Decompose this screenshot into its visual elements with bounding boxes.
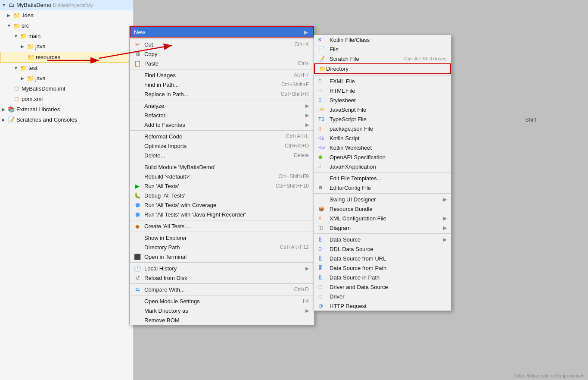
menu-item-local-history[interactable]: 🕐 Local History ▶	[130, 264, 314, 273]
submenu-item-edit-templates[interactable]: Edit File Templates...	[314, 173, 451, 183]
folder-icon: 📁	[20, 33, 27, 40]
menu-item-find-in-path[interactable]: Find in Path... Ctrl+Shift+F	[130, 80, 314, 89]
menu-item-create-tests[interactable]: ◆ Create 'All Tests'...	[130, 221, 314, 231]
tree-item-iml[interactable]: ⬡ MyBatisDemo.iml	[0, 84, 133, 94]
menu-item-debug-tests[interactable]: 🐛 Debug 'All Tests'	[130, 191, 314, 200]
submenu-item-directory[interactable]: 📁 Directory	[314, 63, 451, 74]
menu-item-add-favorites[interactable]: Add to Favorites ▶	[130, 120, 314, 129]
submenu-item-kotlin[interactable]: K Kotlin File/Class	[314, 35, 451, 44]
tree-item-test-java[interactable]: ▶ 📁 java	[0, 73, 133, 84]
submenu-item-data-source-url[interactable]: 🗄 Data Source from URL	[314, 254, 451, 263]
driver-icon: ⬡	[318, 294, 327, 299]
menu-item-find-usages[interactable]: Find Usages Alt+F7	[130, 70, 314, 80]
menu-item-run-recorder[interactable]: ⬟ Run 'All Tests' with 'Java Flight Reco…	[130, 210, 314, 219]
submenu-item-package-json[interactable]: {} package.json File	[314, 124, 451, 133]
submenu-item-openapi[interactable]: ⬟ OpenAPI Specification	[314, 152, 451, 162]
menu-item-delete[interactable]: Delete... Delete	[130, 151, 314, 160]
submenu-item-data-source-in-path[interactable]: 🗄 Data Source in Path	[314, 273, 451, 282]
menu-item-run-coverage[interactable]: ⬟ Run 'All Tests' with Coverage	[130, 200, 314, 210]
tree-item-main[interactable]: ▼ 📁 main	[0, 31, 133, 41]
menu-item-copy[interactable]: ⧉ Copy	[130, 49, 314, 59]
submenu-item-kotlin-worksheet[interactable]: Kw Kotlin Worksheet	[314, 143, 451, 152]
submenu-arrow-icon: ▶	[443, 225, 447, 231]
kt-icon: Ks	[318, 135, 327, 141]
html-icon: H	[318, 88, 327, 93]
submenu-item-xml-config[interactable]: X XML Configuration File ▶	[314, 214, 451, 223]
coverage-icon: ⬟	[133, 202, 142, 208]
menu-item-compare[interactable]: ⇆ Compare With... Ctrl+D	[130, 285, 314, 294]
submenu-item-data-source-path[interactable]: 🗄 Data Source from Path	[314, 263, 451, 273]
submenu-item-ts[interactable]: TS TypeScript File	[314, 114, 451, 124]
compare-icon: ⇆	[133, 286, 142, 293]
tree-item-resources[interactable]: 📁 resources	[0, 52, 133, 63]
directory-icon: 📁	[319, 66, 326, 72]
submenu-item-diagram[interactable]: ◫ Diagram ▶	[314, 223, 451, 232]
run-icon: ▶	[133, 183, 142, 189]
submenu-item-css[interactable]: S Stylesheet	[314, 95, 451, 105]
reload-icon: ↺	[133, 275, 142, 281]
menu-item-new[interactable]: New ▶	[130, 26, 314, 38]
tree-item-mybatisdemo[interactable]: ▼ 🗂 MyBatisDemo D:\IdeaProjects\My	[0, 0, 133, 10]
ts-icon: TS	[318, 116, 327, 122]
tree-item-src[interactable]: ▼ 📁 src	[0, 21, 133, 31]
menu-item-reformat[interactable]: Reformat Code Ctrl+Alt+L	[130, 132, 314, 141]
project-path: D:\IdeaProjects\My	[53, 1, 93, 9]
submenu-item-driver-datasource[interactable]: ⬡ Driver and Data Source	[314, 282, 451, 292]
scratch-icon: 📝	[8, 116, 15, 123]
javafx-icon: J	[318, 164, 327, 169]
submenu-item-ddl[interactable]: D DDL Data Source	[314, 244, 451, 254]
submenu-item-html[interactable]: H HTML File	[314, 86, 451, 95]
submenu-item-kotlin-script[interactable]: Ks Kotlin Script	[314, 133, 451, 143]
menu-item-paste[interactable]: 📋 Paste Ctrl+	[130, 59, 314, 68]
submenu-item-fxml[interactable]: F FXML File	[314, 76, 451, 86]
expand-arrow: ▼	[7, 22, 13, 30]
tree-item-pom[interactable]: ⬡ pom.xml	[0, 94, 133, 104]
menu-item-show-explorer[interactable]: Show in Explorer	[130, 233, 314, 242]
menu-item-refactor[interactable]: Refactor ▶	[130, 110, 314, 120]
submenu-arrow-icon: ▶	[305, 266, 309, 271]
submenu-item-resource-bundle[interactable]: 📦 Resource Bundle	[314, 204, 451, 214]
submenu-item-scratch[interactable]: 📝 Scratch File Ctrl+Alt+Shift+Insert	[314, 54, 451, 63]
submenu-item-editorconfig[interactable]: ⚙ EditorConfig File	[314, 183, 451, 192]
menu-item-run-tests[interactable]: ▶ Run 'All Tests' Ctrl+Shift+F10	[130, 181, 314, 191]
submenu-arrow-icon: ▶	[304, 29, 308, 35]
menu-item-open-terminal[interactable]: ⬛ Open in Terminal	[130, 252, 314, 261]
menu-item-directory-path[interactable]: Directory Path Ctrl+Alt+F12	[130, 242, 314, 252]
tree-item-ext-libs[interactable]: ▶ 📚 External Libraries	[0, 104, 133, 115]
menu-item-module-settings[interactable]: Open Module Settings F4	[130, 296, 314, 306]
submenu-item-swing[interactable]: Swing UI Designer ▶	[314, 195, 451, 204]
folder-res-icon: 📁	[27, 54, 34, 61]
tree-item-scratches[interactable]: ▶ 📝 Scratches and Consoles	[0, 115, 133, 125]
submenu-item-http[interactable]: @ HTTP Request	[314, 301, 451, 311]
ddl-icon: D	[318, 246, 327, 251]
copy-icon: ⧉	[133, 50, 142, 57]
context-menu-main: New ▶ ✂ Cut Ctrl+X ⧉ Copy 📋 Paste Ctrl+ …	[129, 26, 314, 325]
menu-item-mark-directory[interactable]: Mark Directory as ▶	[130, 306, 314, 315]
submenu-item-js[interactable]: JS JavaScript File	[314, 105, 451, 114]
submenu-item-data-source[interactable]: 🗄 Data Source ▶	[314, 235, 451, 244]
submenu-item-javafx[interactable]: J JavaFXApplication	[314, 162, 451, 171]
menu-item-cut[interactable]: ✂ Cut Ctrl+X	[130, 40, 314, 49]
submenu-arrow-icon: ▶	[443, 197, 447, 202]
menu-item-remove-bom[interactable]: Remove BOM	[130, 315, 314, 325]
project-icon: 🗂	[8, 2, 15, 9]
menu-item-reload[interactable]: ↺ Reload from Disk	[130, 273, 314, 283]
submenu-item-driver[interactable]: ⬡ Driver	[314, 292, 451, 301]
menu-item-build-module[interactable]: Build Module 'MyBatisDemo'	[130, 162, 314, 172]
menu-item-rebuild[interactable]: Rebuild '<default>' Ctrl+Shift+F9	[130, 172, 314, 181]
js-icon: JS	[318, 107, 327, 112]
tree-item-java[interactable]: ▶ 📁 java	[0, 41, 133, 52]
tree-item-idea[interactable]: ▶ 📁 .idea	[0, 10, 133, 21]
menu-item-analyze[interactable]: Analyze ▶	[130, 101, 314, 110]
paste-icon: 📋	[133, 60, 142, 67]
watermark-text: https://blog.csdn.net/uoprewgsnh	[515, 373, 585, 378]
folder-src-icon: 📁	[27, 75, 34, 82]
submenu-item-file[interactable]: 📄 File	[314, 44, 451, 54]
submenu-arrow-icon: ▶	[443, 237, 447, 242]
menu-item-replace-in-path[interactable]: Replace in Path... Ctrl+Shift+R	[130, 89, 314, 99]
cut-icon: ✂	[133, 41, 142, 48]
menu-item-optimize[interactable]: Optimize Imports Ctrl+Alt+O	[130, 141, 314, 151]
kw-icon: Kw	[318, 145, 327, 150]
tree-item-test[interactable]: ▼ 📁 test	[0, 63, 133, 73]
ext-lib-icon: 📚	[8, 106, 15, 113]
